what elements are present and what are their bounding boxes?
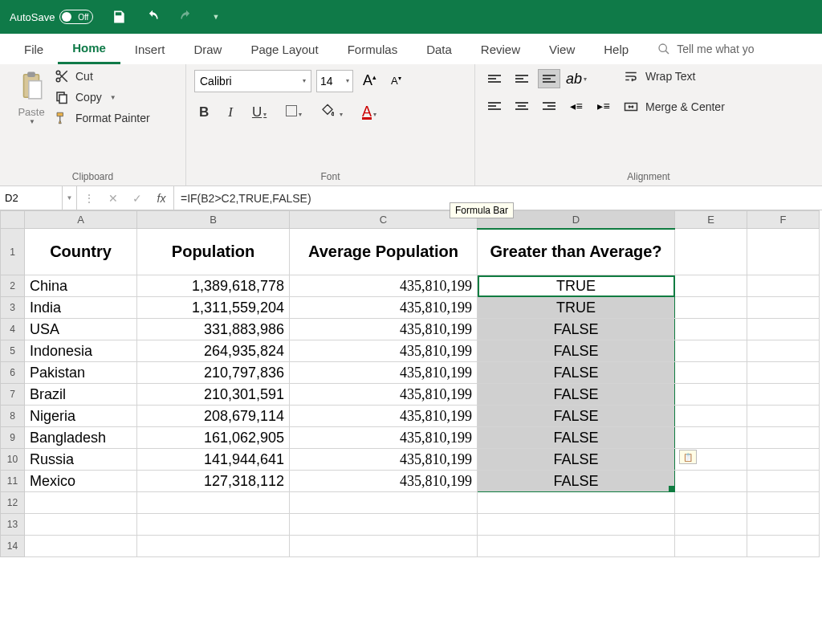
fill-color-button[interactable]: ▾ [316, 100, 348, 124]
tab-view[interactable]: View [535, 34, 589, 64]
cell-e1[interactable] [675, 229, 747, 275]
cell-d10[interactable]: FALSE [478, 449, 675, 471]
cell-b2[interactable]: 1,389,618,778 [137, 275, 290, 297]
cell-a12[interactable] [25, 492, 137, 514]
cell-f4[interactable] [747, 319, 820, 340]
cell-a13[interactable] [25, 514, 137, 536]
tab-home[interactable]: Home [58, 34, 120, 64]
cell-e12[interactable] [675, 492, 747, 514]
cell-e8[interactable] [675, 406, 747, 427]
cell-a8[interactable]: Nigeria [25, 406, 137, 427]
decrease-font-button[interactable]: A▾ [386, 71, 406, 90]
cell-c9[interactable]: 435,810,199 [290, 427, 478, 449]
row-header-7[interactable]: 7 [1, 384, 25, 406]
increase-indent-button[interactable]: ▸≡ [592, 96, 615, 116]
row-header-6[interactable]: 6 [1, 362, 25, 384]
cell-d12[interactable] [478, 492, 675, 514]
cell-a1[interactable]: Country [25, 229, 137, 275]
align-left-button[interactable] [483, 96, 506, 116]
align-bottom-button[interactable] [538, 69, 560, 88]
tab-help[interactable]: Help [589, 34, 643, 64]
col-header-a[interactable]: A [25, 211, 137, 229]
cell-a11[interactable]: Mexico [25, 471, 137, 492]
row-header-1[interactable]: 1 [1, 229, 25, 275]
row-header-14[interactable]: 14 [1, 536, 25, 557]
row-header-3[interactable]: 3 [1, 297, 25, 319]
font-size-select[interactable]: 14 ▾ [316, 70, 353, 92]
font-family-select[interactable]: Calibri ▾ [194, 70, 311, 92]
tab-draw[interactable]: Draw [179, 34, 236, 64]
quickaccess-customize-icon[interactable]: ▼ [212, 13, 219, 21]
insert-function-button[interactable]: fx [149, 192, 173, 205]
cut-button[interactable]: Cut [55, 69, 150, 84]
cell-a14[interactable] [25, 536, 137, 557]
paste-options-tag[interactable]: 📋 [679, 450, 697, 464]
tab-file[interactable]: File [10, 34, 58, 64]
cell-c8[interactable]: 435,810,199 [290, 406, 478, 427]
cell-f1[interactable] [747, 229, 820, 275]
name-box-dropdown[interactable]: ▼ [63, 186, 77, 210]
tab-data[interactable]: Data [412, 34, 466, 64]
formula-enter-button[interactable]: ✓ [125, 192, 149, 205]
cell-f8[interactable] [747, 406, 820, 427]
bold-button[interactable]: B [194, 101, 214, 124]
cell-c14[interactable] [290, 536, 478, 557]
cell-c2[interactable]: 435,810,199 [290, 275, 478, 297]
cell-f14[interactable] [747, 536, 820, 557]
cell-e4[interactable] [675, 319, 747, 340]
spreadsheet-grid[interactable]: A B C D E F 1 Country Population Average… [0, 210, 822, 557]
tab-insert[interactable]: Insert [120, 34, 180, 64]
row-header-8[interactable]: 8 [1, 406, 25, 427]
align-top-button[interactable] [483, 69, 506, 88]
cell-d3[interactable]: TRUE [478, 297, 675, 319]
fill-handle[interactable] [669, 486, 675, 492]
cell-b10[interactable]: 141,944,641 [137, 449, 290, 471]
row-header-10[interactable]: 10 [1, 449, 25, 471]
cell-a4[interactable]: USA [25, 319, 137, 340]
cell-d5[interactable]: FALSE [478, 340, 675, 362]
underline-button[interactable]: U▾ [247, 101, 271, 124]
cell-f2[interactable] [747, 275, 820, 297]
merge-center-button[interactable]: Merge & Center [623, 100, 725, 114]
cell-d6[interactable]: FALSE [478, 362, 675, 384]
font-color-button[interactable]: A▾ [357, 101, 381, 124]
cell-c3[interactable]: 435,810,199 [290, 297, 478, 319]
cell-d11[interactable]: FALSE📋 [478, 471, 675, 492]
orientation-button[interactable]: ab▾ [565, 69, 588, 88]
row-header-4[interactable]: 4 [1, 319, 25, 340]
decrease-indent-button[interactable]: ◂≡ [565, 96, 588, 116]
autosave-switch[interactable]: Off [59, 10, 93, 24]
cell-d9[interactable]: FALSE [478, 427, 675, 449]
tell-me-search[interactable]: Tell me what yo [657, 43, 754, 55]
cell-b12[interactable] [137, 492, 290, 514]
cell-e6[interactable] [675, 362, 747, 384]
cell-f10[interactable] [747, 449, 820, 471]
cell-a9[interactable]: Bangladesh [25, 427, 137, 449]
row-header-5[interactable]: 5 [1, 340, 25, 362]
tab-formulas[interactable]: Formulas [333, 34, 413, 64]
cell-c12[interactable] [290, 492, 478, 514]
cell-f5[interactable] [747, 340, 820, 362]
cell-b13[interactable] [137, 514, 290, 536]
cell-d8[interactable]: FALSE [478, 406, 675, 427]
wrap-text-button[interactable]: Wrap Text [623, 69, 725, 84]
cell-f7[interactable] [747, 384, 820, 406]
cell-f12[interactable] [747, 492, 820, 514]
cell-f9[interactable] [747, 427, 820, 449]
cell-e7[interactable] [675, 384, 747, 406]
cell-c1[interactable]: Average Population [290, 229, 478, 275]
cell-e9[interactable] [675, 427, 747, 449]
cell-d1[interactable]: Greater than Average? [478, 229, 675, 275]
cell-d13[interactable] [478, 514, 675, 536]
cell-c13[interactable] [290, 514, 478, 536]
format-painter-button[interactable]: Format Painter [55, 111, 150, 125]
undo-icon[interactable] [144, 9, 161, 25]
cell-a7[interactable]: Brazil [25, 384, 137, 406]
cell-e3[interactable] [675, 297, 747, 319]
col-header-e[interactable]: E [675, 211, 747, 229]
redo-icon[interactable] [178, 9, 194, 25]
cell-c11[interactable]: 435,810,199 [290, 471, 478, 492]
row-header-2[interactable]: 2 [1, 275, 25, 297]
tab-page-layout[interactable]: Page Layout [236, 34, 332, 64]
cell-a10[interactable]: Russia [25, 449, 137, 471]
